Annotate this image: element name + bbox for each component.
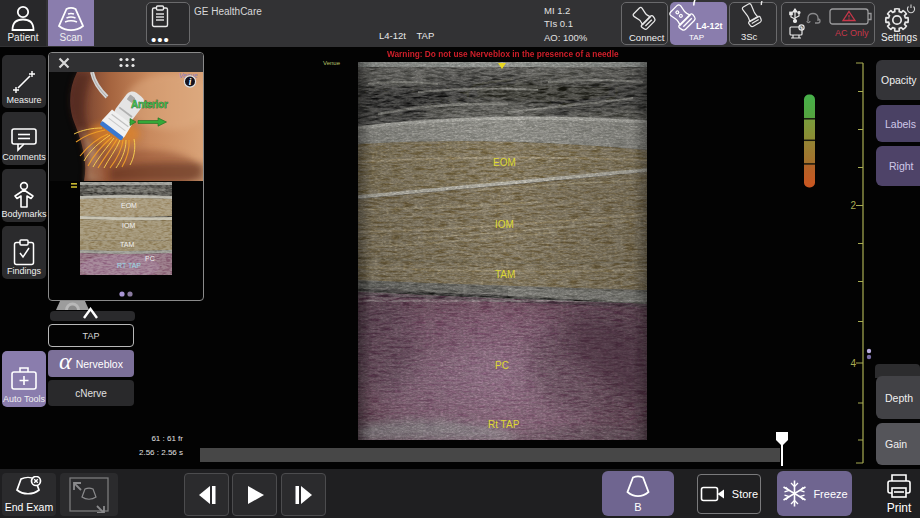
svg-text:EOM: EOM: [121, 202, 137, 209]
svg-text:IOM: IOM: [122, 222, 135, 229]
svg-text:TAM: TAM: [495, 269, 515, 280]
svg-text:TAM: TAM: [120, 241, 134, 248]
svg-text:PC: PC: [495, 360, 509, 371]
svg-text:RT TAP: RT TAP: [117, 262, 141, 269]
svg-text:4: 4: [850, 358, 856, 369]
svg-text:EOM: EOM: [493, 157, 516, 168]
svg-text:IOM: IOM: [495, 219, 514, 230]
svg-text:Rt TAP: Rt TAP: [488, 419, 520, 430]
svg-text:PC: PC: [145, 255, 155, 262]
svg-text:Anterior: Anterior: [131, 99, 168, 110]
svg-text:2: 2: [850, 200, 856, 211]
svg-text:i: i: [189, 77, 192, 87]
